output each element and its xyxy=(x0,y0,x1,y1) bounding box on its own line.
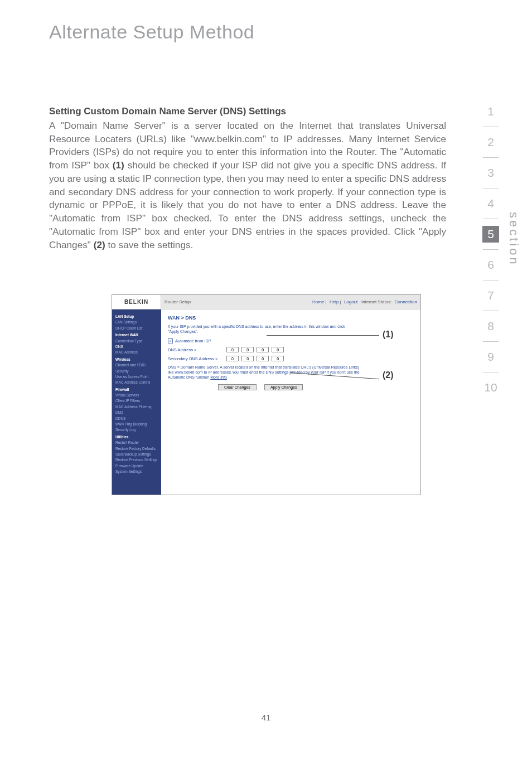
topbar-logout-link[interactable]: Logout xyxy=(344,299,357,304)
dns-address-fields xyxy=(226,347,286,352)
callout-1-label: (1) xyxy=(383,330,394,340)
panel-intro: If your ISP provided you with a specific… xyxy=(168,324,352,334)
sec-dns-octet-4[interactable] xyxy=(272,356,284,361)
body-text-part: to save the settings. xyxy=(105,239,194,250)
sidebar-item-firmware-update[interactable]: Firmware Update xyxy=(115,463,161,469)
callout-1-leader xyxy=(267,335,379,336)
auto-from-isp-row: ✓ Automatic from ISP xyxy=(168,338,414,343)
note-text: DNS = Domain Name Server. A server locat… xyxy=(168,365,360,379)
dns-octet-2[interactable] xyxy=(241,347,254,352)
callout-ref-1: (1) xyxy=(113,159,124,171)
sec-dns-octet-3[interactable] xyxy=(257,356,269,361)
divider xyxy=(483,311,499,311)
divider xyxy=(483,219,499,219)
sidebar-item-security[interactable]: Security xyxy=(115,369,161,374)
more-info-link[interactable]: More Info xyxy=(210,375,227,379)
section-tab-5[interactable]: 5 xyxy=(482,226,499,243)
router-topbar-links: Home | Help | Logout Internet Status: Co… xyxy=(311,299,417,304)
router-logo: BELKIN xyxy=(112,295,161,309)
sidebar-item-access-point[interactable]: Use as Access Point xyxy=(115,374,161,380)
divider xyxy=(483,280,499,280)
divider xyxy=(483,188,499,188)
divider xyxy=(483,372,499,372)
topbar-home-link[interactable]: Home xyxy=(312,299,324,304)
section-tab-1[interactable]: 1 xyxy=(482,103,499,120)
subheading: Setting Custom Domain Name Server (DNS) … xyxy=(49,106,446,117)
callout-ref-2: (2) xyxy=(94,239,105,250)
topbar-help-link[interactable]: Help xyxy=(330,299,338,304)
dns-address-label: DNS Address > xyxy=(168,347,226,352)
status-value: Connection xyxy=(395,299,417,304)
page-number: 41 xyxy=(0,713,532,722)
sidebar-group-utilities: Utilities xyxy=(115,434,161,440)
body-paragraph: A "Domain Name Server" is a server locat… xyxy=(49,119,446,251)
sidebar-item-dhcp-client-list[interactable]: DHCP Client List xyxy=(115,326,161,331)
sidebar-item-restore-defaults[interactable]: Restore Factory Defaults xyxy=(115,446,161,452)
router-screenshot: BELKIN Router Setup Home | Help | Logout… xyxy=(112,294,421,495)
router-sidebar: LAN Setup LAN Settings DHCP Client List … xyxy=(112,309,161,495)
sidebar-item-lan-settings[interactable]: LAN Settings xyxy=(115,320,161,325)
sidebar-item-dmz[interactable]: DMZ xyxy=(115,410,161,415)
router-main-panel: WAN > DNS If your ISP provided you with … xyxy=(161,309,420,495)
sidebar-item-mac-address[interactable]: MAC Address xyxy=(115,350,161,355)
apply-changes-button[interactable]: Apply Changes xyxy=(264,384,303,390)
section-tab-3[interactable]: 3 xyxy=(482,164,499,181)
dns-octet-3[interactable] xyxy=(257,347,269,352)
sidebar-group-lan: LAN Setup xyxy=(115,314,161,320)
section-tab-2[interactable]: 2 xyxy=(482,134,499,151)
sec-dns-octet-2[interactable] xyxy=(241,356,254,361)
panel-note: DNS = Domain Name Server. A server locat… xyxy=(168,365,363,380)
sidebar-item-virtual-servers[interactable]: Virtual Servers xyxy=(115,393,161,398)
sec-dns-octet-1[interactable] xyxy=(226,356,239,361)
dns-address-row: DNS Address > xyxy=(168,347,414,352)
sidebar-item-wan-ping[interactable]: WAN Ping Blocking xyxy=(115,422,161,427)
section-tabstrip: 1 2 3 4 5 6 7 8 9 10 xyxy=(482,103,500,403)
secondary-dns-row: Secondary DNS Address > xyxy=(168,356,414,361)
section-tab-7[interactable]: 7 xyxy=(482,287,499,304)
section-tab-6[interactable]: 6 xyxy=(482,256,499,273)
secondary-dns-label: Secondary DNS Address > xyxy=(168,356,226,361)
sidebar-group-firewall: Firewall xyxy=(115,387,161,393)
sidebar-item-security-log[interactable]: Security Log xyxy=(115,427,161,433)
sidebar-item-save-backup[interactable]: Save/Backup Settings xyxy=(115,452,161,457)
sidebar-group-wan: Internet WAN xyxy=(115,332,161,338)
divider xyxy=(483,249,499,250)
section-tab-4[interactable]: 4 xyxy=(482,195,499,212)
sidebar-item-client-ip-filters[interactable]: Client IP Filters xyxy=(115,398,161,404)
content-block: Setting Custom Domain Name Server (DNS) … xyxy=(49,106,446,251)
callout-2-label: (2) xyxy=(383,370,394,380)
breadcrumb: WAN > DNS xyxy=(168,315,414,321)
section-tab-10[interactable]: 10 xyxy=(482,379,499,396)
sidebar-item-mac-filtering[interactable]: MAC Address Filtering xyxy=(115,404,161,410)
divider xyxy=(483,127,499,127)
dns-octet-1[interactable] xyxy=(226,347,239,352)
sidebar-item-restore-previous[interactable]: Restore Previous Settings xyxy=(115,457,161,463)
sidebar-item-ddns[interactable]: DDNS xyxy=(115,416,161,422)
sidebar-item-channel-ssid[interactable]: Channel and SSID xyxy=(115,362,161,368)
body-text-part: should be checked if your ISP did not gi… xyxy=(49,159,446,250)
sidebar-item-connection-type[interactable]: Connection Type xyxy=(115,338,161,344)
sidebar-item-restart[interactable]: Restart Router xyxy=(115,440,161,446)
sidebar-item-mac-control[interactable]: MAC Address Control xyxy=(115,380,161,385)
status-label: Internet Status: xyxy=(361,299,391,304)
sidebar-item-dns[interactable]: DNS xyxy=(115,344,161,350)
divider xyxy=(483,341,499,342)
page-title: Alternate Setup Method xyxy=(49,21,254,43)
auto-from-isp-checkbox[interactable]: ✓ xyxy=(168,338,173,343)
auto-from-isp-label: Automatic from ISP xyxy=(175,338,211,343)
panel-buttons: Clear Changes Apply Changes xyxy=(218,384,414,390)
router-topbar: Router Setup Home | Help | Logout Intern… xyxy=(161,295,420,309)
sidebar-group-wireless: Wireless xyxy=(115,357,161,362)
clear-changes-button[interactable]: Clear Changes xyxy=(218,384,257,390)
secondary-dns-fields xyxy=(226,356,286,361)
sidebar-item-system-settings[interactable]: System Settings xyxy=(115,469,161,475)
router-topbar-title: Router Setup xyxy=(165,299,191,304)
divider xyxy=(483,157,499,158)
dns-octet-4[interactable] xyxy=(272,347,284,352)
section-tab-9[interactable]: 9 xyxy=(482,348,499,365)
section-vertical-label: section xyxy=(506,212,521,267)
section-tab-8[interactable]: 8 xyxy=(482,318,499,335)
